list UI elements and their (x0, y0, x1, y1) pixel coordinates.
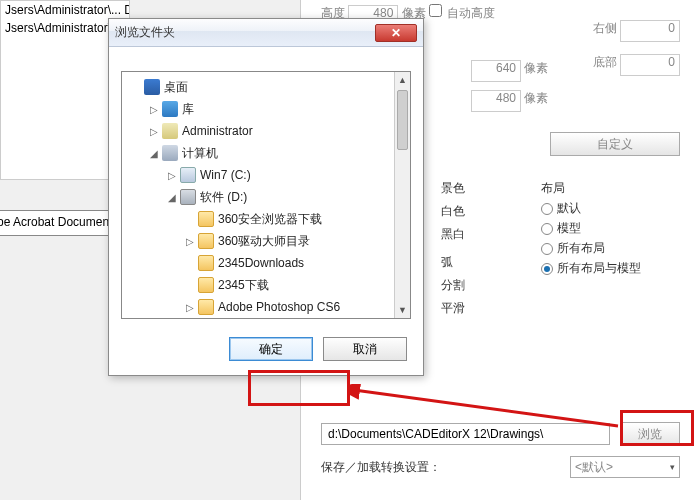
bottom-input[interactable]: 0 (620, 54, 680, 76)
tree-item[interactable]: ▷库 (122, 98, 394, 120)
auto-height-label: 自动高度 (447, 6, 495, 20)
chevron-down-icon: ▾ (670, 462, 675, 472)
tree-item-label: Adobe Photoshop CS6 (218, 300, 340, 314)
tree-item[interactable]: 2345Downloads (122, 252, 394, 274)
radio-default[interactable] (541, 203, 553, 215)
tree-item[interactable]: ▷Win7 (C:) (122, 164, 394, 186)
right-label: 右侧 (593, 21, 617, 35)
expander-icon[interactable]: ▷ (148, 126, 160, 137)
tree-item-label: 2345Downloads (218, 256, 304, 270)
folder-icon (198, 211, 214, 227)
scroll-down-icon[interactable]: ▼ (395, 302, 410, 318)
annotation-browse-box (620, 410, 694, 446)
bottom-label: 底部 (593, 55, 617, 69)
tree-item[interactable]: ▷Adobe Photoshop CS6 (122, 296, 394, 318)
tree-item-label: 360驱动大师目录 (218, 233, 310, 250)
tree-item[interactable]: ▷Administrator (122, 120, 394, 142)
tree-item-label: 360安全浏览器下载 (218, 211, 322, 228)
tree-item-label: Administrator (182, 124, 253, 138)
tree-item-label: Win7 (C:) (200, 168, 251, 182)
arc-title: 弧 (441, 254, 465, 271)
color-bw: 黑白 (441, 226, 465, 243)
dialog-title: 浏览文件夹 (115, 24, 375, 41)
browse-folder-dialog: 浏览文件夹 ✕ 桌面▷库▷Administrator◢计算机▷Win7 (C:)… (108, 18, 424, 376)
output-path-input[interactable] (321, 423, 610, 445)
computer-icon (162, 145, 178, 161)
cancel-button[interactable]: 取消 (323, 337, 407, 361)
scroll-thumb[interactable] (397, 90, 408, 150)
folder-icon (198, 233, 214, 249)
folder-tree-container: 桌面▷库▷Administrator◢计算机▷Win7 (C:)◢软件 (D:)… (121, 71, 411, 319)
ok-button[interactable]: 确定 (229, 337, 313, 361)
width-640[interactable]: 640 (471, 60, 521, 82)
settings-dropdown[interactable]: <默认> ▾ (570, 456, 680, 478)
expander-icon[interactable]: ◢ (148, 148, 160, 159)
cdrive-icon (180, 167, 196, 183)
annotation-ok-box (248, 370, 350, 406)
desktop-icon (144, 79, 160, 95)
scroll-up-icon[interactable]: ▲ (395, 72, 410, 88)
file-list-row: Jsers\Administrator\... DWG (1, 1, 129, 19)
tree-item[interactable]: 2345下载 (122, 274, 394, 296)
scrollbar[interactable]: ▲ ▼ (394, 72, 410, 318)
drive-icon (180, 189, 196, 205)
layout-title: 布局 (541, 180, 641, 197)
tree-item[interactable]: ▷360驱动大师目录 (122, 230, 394, 252)
auto-height-checkbox[interactable] (429, 4, 442, 17)
expander-icon[interactable]: ▷ (148, 104, 160, 115)
custom-button[interactable]: 自定义 (550, 132, 680, 156)
folder-icon (198, 299, 214, 315)
tree-item-label: 2345下载 (218, 277, 269, 294)
height-480[interactable]: 480 (471, 90, 521, 112)
save-load-label: 保存／加载转换设置： (321, 459, 441, 476)
expander-icon[interactable]: ◢ (166, 192, 178, 203)
tree-item[interactable]: ◢计算机 (122, 142, 394, 164)
tree-item[interactable]: ◢软件 (D:) (122, 186, 394, 208)
dialog-title-bar[interactable]: 浏览文件夹 ✕ (109, 19, 423, 47)
folder-icon (198, 255, 214, 271)
close-icon: ✕ (391, 26, 401, 40)
arc-smooth: 平滑 (441, 300, 465, 317)
tree-item-label: 库 (182, 101, 194, 118)
right-input[interactable]: 0 (620, 20, 680, 42)
radio-all[interactable] (541, 243, 553, 255)
arc-split: 分割 (441, 277, 465, 294)
tree-item-label: 软件 (D:) (200, 189, 247, 206)
tree-item-label: 桌面 (164, 79, 188, 96)
user-icon (162, 123, 178, 139)
close-button[interactable]: ✕ (375, 24, 417, 42)
tree-item[interactable]: 360安全浏览器下载 (122, 208, 394, 230)
tree-item-label: 计算机 (182, 145, 218, 162)
color-title: 景色 (441, 180, 465, 197)
radio-all-model[interactable] (541, 263, 553, 275)
radio-model[interactable] (541, 223, 553, 235)
expander-icon[interactable]: ▷ (184, 236, 196, 247)
tree-item[interactable]: 桌面 (122, 76, 394, 98)
folder-tree[interactable]: 桌面▷库▷Administrator◢计算机▷Win7 (C:)◢软件 (D:)… (122, 72, 394, 318)
color-white: 白色 (441, 203, 465, 220)
expander-icon[interactable]: ▷ (166, 170, 178, 181)
expander-icon[interactable]: ▷ (184, 302, 196, 313)
lib-icon (162, 101, 178, 117)
folder-icon (198, 277, 214, 293)
